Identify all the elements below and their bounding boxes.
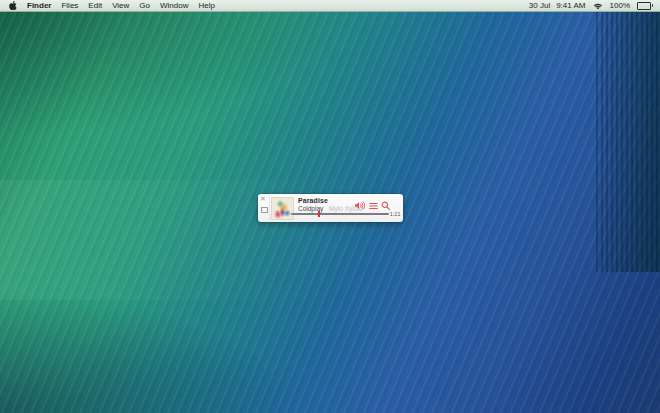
menu-bar: Finder Files Edit View Go Window Help 30…	[0, 0, 660, 12]
playhead-marker[interactable]	[318, 211, 320, 217]
track-title: Paradise	[298, 197, 328, 204]
menu-bar-status: 30 Jul 9:41 AM 100%	[529, 1, 660, 10]
itunes-miniplayer-window[interactable]: ✕ Paradise Coldplay Mylo Xyloto 1:21	[258, 194, 403, 222]
status-clock[interactable]: 9:41 AM	[556, 1, 585, 10]
menu-item-view[interactable]: View	[112, 1, 129, 10]
progress-bar[interactable]	[291, 213, 389, 215]
status-date[interactable]: 30 Jul	[529, 1, 550, 10]
menu-item-help[interactable]: Help	[198, 1, 214, 10]
menu-bar-left: Finder Files Edit View Go Window Help	[0, 1, 215, 10]
menu-item-window[interactable]: Window	[160, 1, 188, 10]
menu-item-files[interactable]: Files	[61, 1, 78, 10]
volume-icon[interactable]	[354, 201, 365, 210]
album-art[interactable]	[271, 197, 294, 220]
up-next-list-icon[interactable]	[369, 203, 378, 209]
close-icon[interactable]: ✕	[260, 194, 266, 203]
track-subtitle: Coldplay Mylo Xyloto	[298, 205, 363, 212]
menu-item-finder[interactable]: Finder	[27, 1, 51, 10]
track-time: 1:21	[390, 211, 401, 217]
battery-icon[interactable]	[637, 2, 653, 10]
battery-percent[interactable]: 100%	[610, 1, 630, 10]
menu-item-edit[interactable]: Edit	[88, 1, 102, 10]
miniplayer-toggle-icon[interactable]	[261, 207, 268, 213]
menu-item-go[interactable]: Go	[139, 1, 150, 10]
apple-menu-icon[interactable]	[9, 1, 17, 10]
wifi-icon[interactable]	[593, 2, 603, 10]
divider	[269, 195, 270, 221]
search-icon[interactable]	[381, 201, 390, 210]
